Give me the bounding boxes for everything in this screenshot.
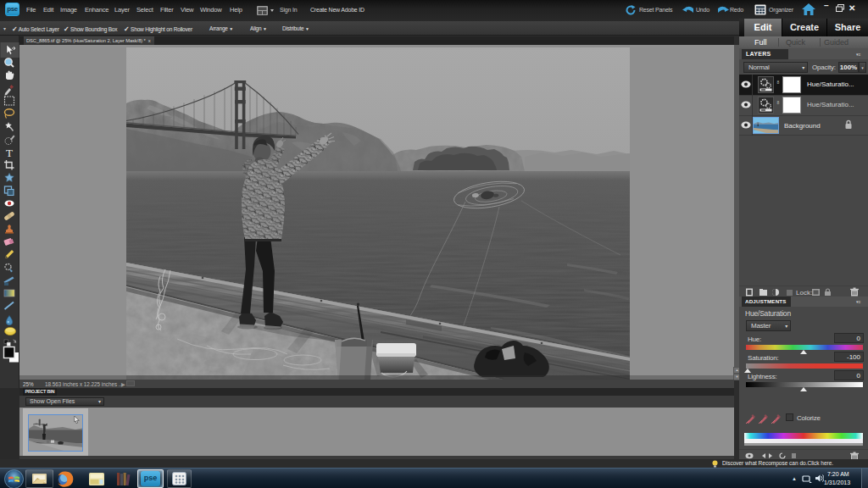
svg-text:T: T (6, 147, 13, 159)
